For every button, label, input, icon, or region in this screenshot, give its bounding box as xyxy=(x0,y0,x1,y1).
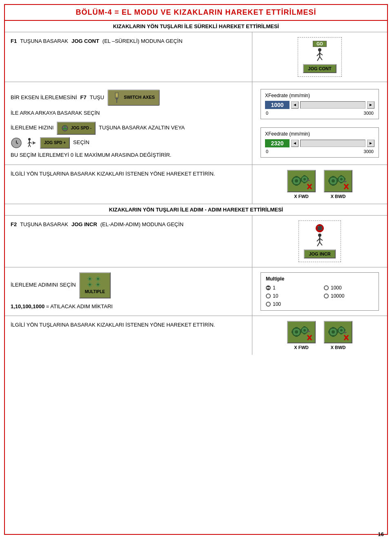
row5-left: İLERLEME ADIMINI SEÇİN xyxy=(5,267,252,316)
jog-cont-button[interactable]: JOG CONT xyxy=(303,64,336,73)
ilerleme-label: İLERLEME HIZINI xyxy=(11,124,53,132)
svg-point-63 xyxy=(89,278,91,280)
feedrate2-input-row: 2320 ◄ ► xyxy=(265,139,374,147)
jog-spd-plus-button[interactable]: JOG SPD + xyxy=(40,137,70,149)
xbwd2-label: X BWD xyxy=(331,345,346,350)
feedrate2-range: 0 3000 xyxy=(265,149,374,154)
radio-1[interactable]: 1 xyxy=(266,285,316,291)
radio-dot-10000 xyxy=(324,294,329,298)
svg-rect-104 xyxy=(337,329,339,331)
radio-10[interactable]: 10 xyxy=(266,293,316,299)
row4-container: F2 TUŞUNA BASARAK JOG INCR (EL-ADIM-ADIM… xyxy=(5,216,387,267)
radio-1000[interactable]: 1000 xyxy=(324,285,374,291)
atilacak-values: 1,10,100,1000 xyxy=(11,303,45,309)
page-title: BÖLÜM-4 = EL MODU VE KIZAKLARIN HAREKET … xyxy=(5,5,387,21)
multiple-icon xyxy=(87,276,103,288)
svg-point-95 xyxy=(332,330,335,334)
person-icon xyxy=(314,48,325,62)
radio-label-1000: 1000 xyxy=(331,285,342,291)
x-bwd-button2[interactable]: X BWD xyxy=(324,321,352,350)
x-fwd-button[interactable]: X FWD xyxy=(287,170,316,199)
row2-right: XFeedrate (mm/min) 1000 ◄ ► 0 3000 XFeed… xyxy=(252,82,387,165)
radio-10000[interactable]: 10000 xyxy=(324,293,374,299)
xfwd-icon xyxy=(289,172,314,190)
svg-point-78 xyxy=(97,284,99,285)
xfwd2-label: X FWD xyxy=(294,345,308,350)
feedrate1-title: XFeedrate (mm/min) xyxy=(265,93,374,98)
go-label: GO xyxy=(313,41,327,47)
x-bwd-button[interactable]: X BWD xyxy=(324,170,352,199)
jog-spd-minus-button[interactable]: JOG SPD - xyxy=(57,122,96,135)
svg-rect-82 xyxy=(295,335,298,337)
radio-label-1: 1 xyxy=(273,285,276,291)
f7-key: F7 xyxy=(80,93,87,102)
ilerleme-row: İLERLEME HIZINI JOG SPD - TUŞUNA BASARAK… xyxy=(11,122,246,160)
x-fwd-img2 xyxy=(287,321,316,343)
radio-label-100: 100 xyxy=(273,301,281,307)
svg-line-21 xyxy=(29,145,31,147)
svg-marker-9 xyxy=(115,98,118,100)
svg-marker-22 xyxy=(33,141,36,145)
row5-container: İLERLEME ADIMINI SEÇİN xyxy=(5,267,387,316)
f1-key: F1 xyxy=(11,37,17,46)
row2-left: BİR EKSEN İLERLEMESİNİ F7 TUŞU SWITCH AX… xyxy=(5,82,252,165)
svg-line-57 xyxy=(317,242,320,246)
row2-t2: TUŞU xyxy=(90,93,104,102)
x-fwd-button2[interactable]: X FWD xyxy=(287,321,316,350)
feedrate2-left-arrow[interactable]: ◄ xyxy=(291,140,298,147)
svg-rect-102 xyxy=(340,326,342,327)
direction-buttons: X FWD xyxy=(287,170,352,199)
jog-incr-button[interactable]: JOG INCR xyxy=(304,249,335,258)
jog-spd-minus-icon xyxy=(61,124,69,132)
row6-container: İLGİLİ YÖN TUŞLARINA BASARAK KIZAKLARI İ… xyxy=(5,316,387,355)
svg-point-73 xyxy=(89,284,91,285)
title-text: BÖLÜM-4 = EL MODU VE KIZAKLARIN HAREKET … xyxy=(76,8,316,16)
svg-point-39 xyxy=(332,179,335,182)
row2-text-row: BİR EKSEN İLERLEMESİNİ F7 TUŞU SWITCH AX… xyxy=(11,89,246,118)
switch-axes-button[interactable]: SWITCH AXES xyxy=(107,89,160,106)
row5-text-row: İLERLEME ADIMINI SEÇİN xyxy=(11,272,246,298)
feedrate1-left-arrow[interactable]: ◄ xyxy=(291,101,298,109)
radio-100[interactable]: 100 xyxy=(266,301,316,307)
multiple-button[interactable]: MULTIPLE xyxy=(79,272,111,298)
feedrate1-range: 0 3000 xyxy=(265,111,374,116)
x-fwd-img xyxy=(287,170,316,192)
ilgili-yon-text: İLGİLİ YÖN TUŞLARINA BASARAK KIZAKLARI İ… xyxy=(11,170,246,178)
svg-rect-88 xyxy=(303,333,305,334)
feedrate2-title: XFeedrate (mm/min) xyxy=(265,131,374,137)
feedrate1-right-arrow[interactable]: ► xyxy=(367,101,374,109)
svg-rect-96 xyxy=(332,327,334,329)
row4-text-row: F2 TUŞUNA BASARAK JOG INCR (EL-ADIM-ADIM… xyxy=(11,220,246,229)
svg-rect-31 xyxy=(303,175,305,176)
svg-point-101 xyxy=(340,329,343,332)
svg-rect-87 xyxy=(303,326,305,327)
radio-label-10: 10 xyxy=(273,293,278,299)
row1-t2: TUŞUNA BASARAK xyxy=(20,37,68,46)
row1-container: F1 TUŞUNA BASARAK JOG CONT (EL –SÜREKLİ)… xyxy=(5,32,387,82)
ilerleme-label-row: İLERLEME HIZINI JOG SPD - TUŞUNA BASARAK… xyxy=(11,122,246,135)
jog-spd-minus-label: JOG SPD - xyxy=(71,125,91,131)
svg-rect-48 xyxy=(337,178,339,180)
svg-rect-7 xyxy=(116,93,118,97)
svg-rect-42 xyxy=(328,180,330,182)
svg-point-0 xyxy=(318,48,321,51)
radio-dot-100 xyxy=(266,302,271,307)
jog-spd-plus-label: JOG SPD + xyxy=(44,140,66,146)
xbwd-icon xyxy=(326,172,350,190)
svg-rect-98 xyxy=(328,331,330,333)
svg-rect-83 xyxy=(292,331,293,333)
svg-point-45 xyxy=(340,178,343,180)
row1-text-row: F1 TUŞUNA BASARAK JOG CONT (EL –SÜREKLİ)… xyxy=(11,37,246,46)
svg-rect-105 xyxy=(344,329,345,331)
feedrate1-min: 0 xyxy=(266,111,268,116)
svg-point-80 xyxy=(295,330,298,334)
svg-point-30 xyxy=(303,178,306,180)
section2-header: KIZAKLARIN YÖN TUŞLARI İLE ADIM - ADIM H… xyxy=(5,204,387,216)
ilerleme-adim-label: İLERLEME ADIMINI SEÇİN xyxy=(11,281,76,289)
bu-secim-text: BU SEÇİM İLERLEMEYİ 0 İLE MAXİMUM ARASIN… xyxy=(11,151,246,160)
switch-axes-icon xyxy=(112,92,121,103)
svg-line-4 xyxy=(317,57,320,61)
xbwd2-icon xyxy=(326,323,350,341)
svg-rect-41 xyxy=(332,184,334,186)
feedrate2-right-arrow[interactable]: ► xyxy=(367,140,374,147)
